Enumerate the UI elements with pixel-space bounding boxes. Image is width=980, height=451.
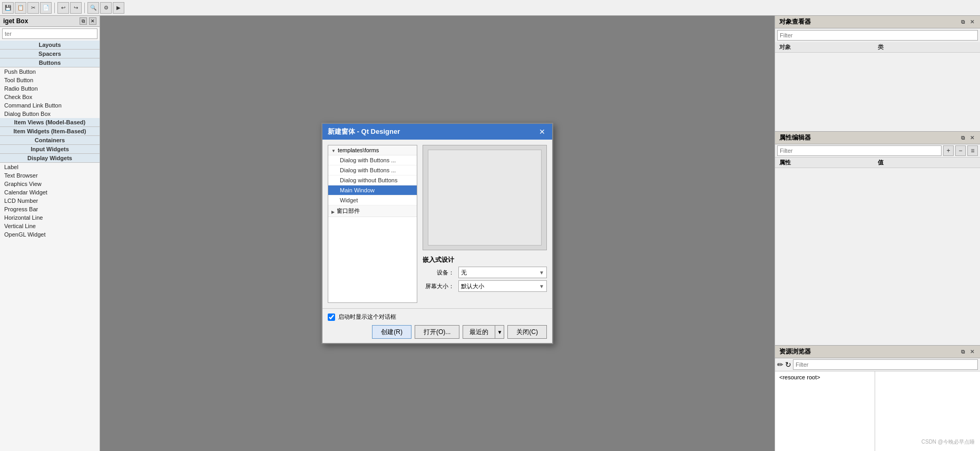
show-on-startup-checkbox[interactable] [328, 313, 335, 321]
right-panel: 对象查看器 ⧉ ✕ 对象 类 属性编辑器 ⧉ ✕ [775, 16, 980, 451]
embedded-design-label: 嵌入式设计 [423, 256, 547, 264]
widget-category-display-widgets[interactable]: Display Widgets [0, 154, 100, 163]
widget-search-input[interactable] [2, 28, 97, 39]
property-remove-btn[interactable]: − [955, 145, 966, 156]
new-form-dialog: 新建窗体 - Qt Designer ✕ templates\forms Dia… [321, 123, 553, 344]
toolbar-new-btn[interactable]: 📄 [40, 2, 52, 14]
object-inspector-header: 对象查看器 ⧉ ✕ [775, 16, 980, 28]
property-filter-input[interactable] [777, 145, 942, 156]
object-inspector-close-icon[interactable]: ✕ [968, 18, 976, 26]
toolbar-copy-btn[interactable]: 📋 [15, 2, 26, 14]
templates-folder[interactable]: templates\forms [328, 145, 417, 155]
widget-item-dialog-button-box[interactable]: Dialog Button Box [0, 110, 100, 118]
resource-filter-input[interactable] [793, 359, 978, 370]
object-col-header: 对象 [779, 43, 878, 51]
folder-expand-icon [331, 147, 336, 153]
screen-combo[interactable]: 默认大小 ▼ [458, 280, 547, 292]
device-combo-arrow: ▼ [539, 270, 544, 276]
resource-browser-controls: ⧉ ✕ [959, 348, 976, 356]
subfolder-window-parts[interactable]: 窗口部件 [328, 205, 417, 217]
object-inspector-filter[interactable] [777, 30, 978, 41]
widget-item-radio-button[interactable]: Radio Button [0, 84, 100, 93]
widget-item-text-browser[interactable]: Text Browser [0, 171, 100, 180]
toolbar-save-btn[interactable]: 💾 [2, 2, 14, 14]
resource-browser-close-icon[interactable]: ✕ [968, 348, 976, 356]
object-inspector-float-icon[interactable]: ⧉ [959, 18, 966, 26]
resource-browser-float-icon[interactable]: ⧉ [959, 348, 966, 356]
dialog-close-button[interactable]: ✕ [537, 127, 547, 136]
dialog-body: templates\forms Dialog with Buttons ... … [322, 140, 552, 308]
dialog-template-panel: templates\forms Dialog with Buttons ... … [328, 145, 417, 303]
widget-item-graphics-view[interactable]: Graphics View [0, 180, 100, 188]
property-editor-title: 属性编辑器 [779, 133, 811, 142]
widget-category-item-widgets[interactable]: Item Widgets (Item-Based) [0, 127, 100, 136]
toolbar-search-btn[interactable]: 🔍 [87, 2, 99, 14]
main-toolbar: 💾 📋 ✂ 📄 ↩ ↪ 🔍 ⚙ ▶ [0, 0, 980, 16]
widget-item-push-button[interactable]: Push Button [0, 67, 100, 76]
toolbar-redo-btn[interactable]: ↪ [70, 2, 82, 14]
template-main-window[interactable]: Main Window [328, 185, 417, 195]
widget-item-command-link[interactable]: Command Link Button [0, 101, 100, 110]
close-button[interactable]: 关闭(C) [507, 325, 547, 339]
toolbar-cut-btn[interactable]: ✂ [27, 2, 39, 14]
property-add-btn[interactable]: + [943, 145, 954, 156]
object-table-header: 对象 类 [775, 42, 980, 53]
class-col-header: 类 [878, 43, 976, 51]
widget-item-horizontal-line[interactable]: Horizontal Line [0, 213, 100, 222]
property-editor-close-icon[interactable]: ✕ [968, 134, 976, 142]
widget-item-calendar-widget[interactable]: Calendar Widget [0, 188, 100, 197]
create-button[interactable]: 创建(R) [372, 325, 411, 339]
widget-category-item-views[interactable]: Item Views (Model-Based) [0, 118, 100, 127]
template-widget[interactable]: Widget [328, 195, 417, 205]
property-editor-header: 属性编辑器 ⧉ ✕ [775, 132, 980, 144]
recent-button[interactable]: 最近的 [463, 325, 495, 339]
open-button[interactable]: 打开(O)... [415, 325, 459, 339]
templates-folder-label: templates\forms [338, 147, 379, 153]
templates-tree: templates\forms Dialog with Buttons ... … [328, 145, 417, 303]
toolbar-sep1 [54, 3, 55, 13]
property-editor-panel: 属性编辑器 ⧉ ✕ + − ≡ 属性 值 [775, 132, 980, 346]
device-combo[interactable]: 无 ▼ [458, 267, 547, 278]
property-editor-float-icon[interactable]: ⧉ [959, 134, 966, 142]
widget-item-tool-button[interactable]: Tool Button [0, 76, 100, 84]
resource-watermark: CSDN @今晚必早点睡 [922, 438, 975, 446]
widget-category-containers[interactable]: Containers [0, 136, 100, 145]
dialog-footer: 启动时显示这个对话框 创建(R) 打开(O)... 最近的 ▼ 关闭(C) [322, 308, 552, 343]
toolbar-settings-btn[interactable]: ⚙ [100, 2, 112, 14]
widget-item-vertical-line[interactable]: Vertical Line [0, 222, 100, 230]
widget-box-close-btn[interactable]: ✕ [89, 17, 96, 25]
widget-item-progress-bar[interactable]: Progress Bar [0, 205, 100, 213]
widget-item-label[interactable]: Label [0, 163, 100, 171]
template-dialog-without-buttons[interactable]: Dialog without Buttons [328, 175, 417, 185]
widget-item-check-box[interactable]: Check Box [0, 93, 100, 101]
form-preview-area [423, 145, 547, 250]
subfolder-label: 窗口部件 [337, 207, 360, 215]
dialog-preview-panel: 嵌入式设计 设备： 无 ▼ 屏幕大小： [423, 145, 547, 303]
form-preview-inner [428, 150, 541, 246]
recent-dropdown-arrow[interactable]: ▼ [495, 325, 504, 339]
widget-category-spacers[interactable]: Spacers [0, 50, 100, 58]
toolbar-run-btn[interactable]: ▶ [113, 2, 124, 14]
resource-tree-left: <resource root> [775, 371, 875, 451]
template-dialog-buttons-2[interactable]: Dialog with Buttons ... [328, 165, 417, 175]
resource-root-item[interactable]: <resource root> [777, 374, 873, 381]
device-field-row: 设备： 无 ▼ [423, 267, 547, 278]
dialog-action-buttons: 创建(R) 打开(O)... 最近的 ▼ 关闭(C) [328, 325, 547, 339]
dialog-titlebar: 新建窗体 - Qt Designer ✕ [322, 124, 552, 140]
widget-item-opengl-widget[interactable]: OpenGL Widget [0, 230, 100, 239]
resource-refresh-icon[interactable]: ↻ [785, 360, 791, 369]
property-more-btn[interactable]: ≡ [967, 145, 978, 156]
value-col-header: 值 [878, 159, 976, 166]
widget-item-lcd-number[interactable]: LCD Number [0, 197, 100, 205]
main-layout: iget Box ⧉ ✕ Layouts Spacers Buttons Pus… [0, 16, 980, 451]
widget-category-input-widgets[interactable]: Input Widgets [0, 145, 100, 154]
toolbar-undo-btn[interactable]: ↩ [57, 2, 69, 14]
resource-browser-header: 资源浏览器 ⧉ ✕ [775, 346, 980, 358]
widget-box-controls: ⧉ ✕ [80, 17, 96, 25]
resource-pencil-icon[interactable]: ✏ [777, 360, 783, 369]
widget-category-layouts[interactable]: Layouts [0, 41, 100, 50]
widget-category-buttons[interactable]: Buttons [0, 58, 100, 67]
widget-box-title: iget Box [3, 17, 28, 25]
template-dialog-buttons-1[interactable]: Dialog with Buttons ... [328, 155, 417, 165]
widget-box-float-btn[interactable]: ⧉ [80, 17, 87, 25]
